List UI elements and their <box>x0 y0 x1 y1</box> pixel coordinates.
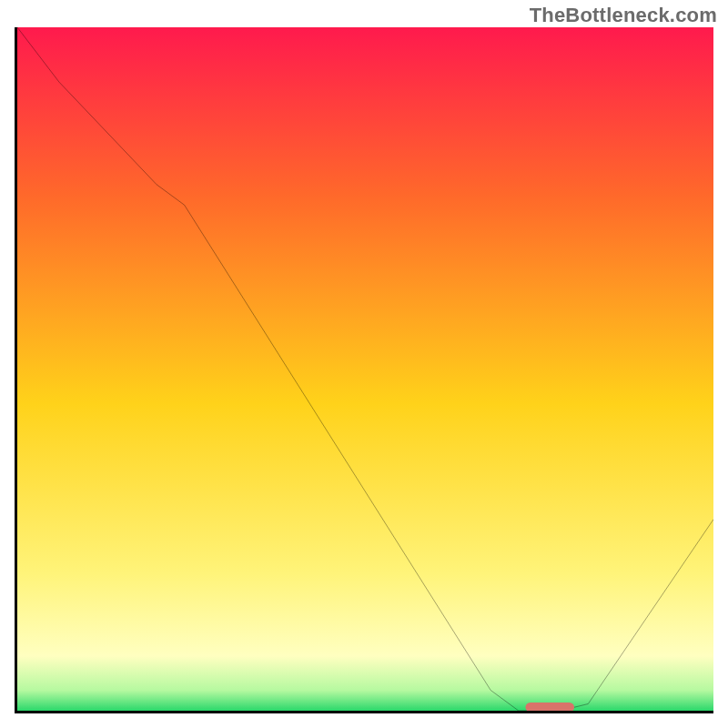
chart-frame: TheBottleneck.com <box>0 0 728 728</box>
chart-background <box>17 27 713 711</box>
chart-svg <box>17 27 713 711</box>
watermark-text: TheBottleneck.com <box>530 4 717 27</box>
chart-plot-area <box>15 27 713 713</box>
sweet-spot-marker <box>525 703 574 711</box>
